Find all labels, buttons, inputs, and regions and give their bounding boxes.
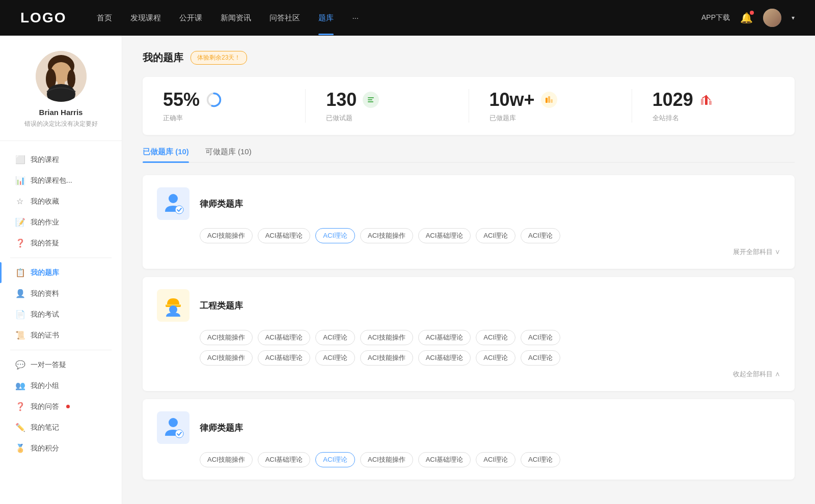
sidebar-profile: Brian Harris 错误的决定比没有决定要好 bbox=[0, 51, 122, 141]
sidebar-item-group[interactable]: 👥 我的小组 bbox=[0, 375, 122, 396]
svg-point-26 bbox=[169, 418, 178, 427]
tag[interactable]: ACI基础理论 bbox=[418, 330, 471, 345]
sidebar-item-label: 一对一答疑 bbox=[31, 360, 66, 370]
tag[interactable]: ACI理论 bbox=[315, 350, 355, 366]
cert-icon: 📜 bbox=[15, 330, 24, 340]
tag[interactable]: ACI理论 bbox=[476, 228, 515, 243]
sidebar-item-homework[interactable]: 📝 我的作业 bbox=[0, 212, 122, 233]
nav-link-qbank[interactable]: 题库 bbox=[318, 13, 334, 23]
sidebar-item-my-courses[interactable]: ⬜ 我的课程 bbox=[0, 149, 122, 170]
svg-rect-14 bbox=[546, 98, 548, 103]
tag[interactable]: ACI理论 bbox=[521, 452, 560, 467]
qbank-icon-lawyer bbox=[157, 187, 189, 220]
star-icon: ☆ bbox=[15, 197, 24, 206]
tab-available[interactable]: 可做题库 (10) bbox=[205, 147, 252, 162]
qbank-footer-2: 收起全部科目 ∧ bbox=[157, 366, 780, 379]
nav-link-news[interactable]: 新闻资讯 bbox=[221, 13, 251, 23]
tag[interactable]: ACI理论 bbox=[476, 330, 515, 345]
tag[interactable]: ACI技能操作 bbox=[360, 330, 413, 345]
notification-bell[interactable]: 🔔 bbox=[740, 12, 753, 24]
tag[interactable]: ACI理论 bbox=[521, 330, 560, 345]
sidebar-item-course-package[interactable]: 📊 我的课程包... bbox=[0, 170, 122, 191]
nav-link-home[interactable]: 首页 bbox=[97, 13, 112, 23]
tag[interactable]: ACI理论 bbox=[521, 228, 560, 243]
tag[interactable]: ACI基础理论 bbox=[418, 350, 471, 366]
sidebar-item-exam[interactable]: 📄 我的考试 bbox=[0, 304, 122, 325]
qbank-title-engineer: 工程类题库 bbox=[200, 300, 243, 312]
nav-logo[interactable]: LOGO bbox=[20, 10, 66, 26]
svg-rect-11 bbox=[368, 99, 372, 100]
nav-link-open[interactable]: 公开课 bbox=[179, 13, 202, 23]
sidebar-item-qa[interactable]: ❓ 我的答疑 bbox=[0, 233, 122, 254]
tag[interactable]: ACI技能操作 bbox=[360, 350, 413, 366]
tag[interactable]: ACI技能操作 bbox=[360, 228, 413, 243]
app-download-button[interactable]: APP下载 bbox=[701, 13, 730, 22]
navbar: LOGO 首页 发现课程 公开课 新闻资讯 问答社区 题库 ··· APP下载 … bbox=[0, 0, 815, 36]
sidebar-item-profile[interactable]: 👤 我的资料 bbox=[0, 283, 122, 304]
sidebar-item-my-qa[interactable]: ❓ 我的问答 bbox=[0, 396, 122, 417]
expand-link-1[interactable]: 展开全部科目 ∨ bbox=[733, 247, 780, 257]
sidebar-item-certificate[interactable]: 📜 我的证书 bbox=[0, 325, 122, 346]
sidebar-item-favorites[interactable]: ☆ 我的收藏 bbox=[0, 191, 122, 212]
tag[interactable]: ACI基础理论 bbox=[258, 228, 311, 243]
stats-row: 55% 正确率 130 bbox=[143, 77, 795, 135]
tag[interactable]: ACI理论 bbox=[476, 350, 515, 366]
courses-icon: ⬜ bbox=[15, 155, 24, 164]
tag[interactable]: ACI技能操作 bbox=[200, 350, 253, 366]
list-icon bbox=[365, 94, 376, 105]
sidebar-item-label: 我的题库 bbox=[31, 268, 59, 277]
banks-icon bbox=[541, 92, 557, 108]
collapse-link-2[interactable]: 收起全部科目 ∧ bbox=[733, 370, 780, 379]
tag[interactable]: ACI技能操作 bbox=[200, 330, 253, 345]
sidebar-item-label: 我的答疑 bbox=[31, 239, 59, 248]
qbank-icon-lawyer-2 bbox=[157, 411, 189, 444]
svg-rect-15 bbox=[548, 96, 550, 103]
qbank-card-lawyer-1: 律师类题库 ACI技能操作 ACI基础理论 ACI理论 ACI技能操作 ACI基… bbox=[143, 175, 795, 269]
sidebar-item-label: 我的课程包... bbox=[31, 176, 72, 185]
tag[interactable]: ACI理论 bbox=[476, 452, 515, 467]
main-content: 我的题库 体验剩余23天！ 55% 正确率 130 bbox=[122, 36, 815, 504]
qbank-card-engineer: 工程类题库 ACI技能操作 ACI基础理论 ACI理论 ACI技能操作 ACI基… bbox=[143, 277, 795, 391]
qbank-title-lawyer-2: 律师类题库 bbox=[200, 422, 243, 434]
tag[interactable]: ACI基础理论 bbox=[258, 452, 311, 467]
svg-rect-12 bbox=[368, 101, 373, 102]
tag[interactable]: ACI基础理论 bbox=[258, 330, 311, 345]
notification-dot bbox=[750, 11, 754, 15]
qbank-tags-lawyer-1: ACI技能操作 ACI基础理论 ACI理论 ACI技能操作 ACI基础理论 AC… bbox=[157, 228, 780, 243]
sidebar-item-tutor[interactable]: 💬 一对一答疑 bbox=[0, 354, 122, 375]
sidebar-item-notes[interactable]: ✏️ 我的笔记 bbox=[0, 417, 122, 438]
stat-top-r: 1029 bbox=[653, 89, 714, 110]
tag-active[interactable]: ACI理论 bbox=[315, 228, 355, 243]
tag[interactable]: ACI基础理论 bbox=[418, 452, 471, 467]
tab-done[interactable]: 已做题库 (10) bbox=[143, 147, 189, 162]
tag[interactable]: ACI理论 bbox=[521, 350, 560, 366]
svg-point-21 bbox=[169, 194, 178, 203]
user-avatar[interactable] bbox=[763, 9, 781, 27]
tag[interactable]: ACI基础理论 bbox=[418, 228, 471, 243]
tag[interactable]: ACI理论 bbox=[315, 330, 355, 345]
sidebar-item-qbank[interactable]: 📋 我的题库 bbox=[0, 262, 122, 283]
tag[interactable]: ACI基础理论 bbox=[258, 350, 311, 366]
tag[interactable]: ACI技能操作 bbox=[200, 228, 253, 243]
tag-active[interactable]: ACI理论 bbox=[315, 452, 355, 467]
user-dropdown-arrow[interactable]: ▾ bbox=[792, 14, 795, 21]
nav-link-more[interactable]: ··· bbox=[352, 13, 359, 23]
nav-link-discover[interactable]: 发现课程 bbox=[130, 13, 161, 23]
page-header: 我的题库 体验剩余23天！ bbox=[143, 51, 795, 65]
sidebar-item-label: 我的问答 bbox=[31, 402, 59, 411]
profile-name: Brian Harris bbox=[39, 108, 83, 117]
sidebar-item-points[interactable]: 🏅 我的积分 bbox=[0, 438, 122, 459]
nav-links: 首页 发现课程 公开课 新闻资讯 问答社区 题库 ··· bbox=[97, 13, 701, 23]
notes-icon: ✏️ bbox=[15, 423, 24, 432]
points-icon: 🏅 bbox=[15, 443, 24, 453]
tag[interactable]: ACI技能操作 bbox=[200, 452, 253, 467]
nav-link-qa[interactable]: 问答社区 bbox=[269, 13, 300, 23]
svg-point-22 bbox=[175, 206, 183, 214]
avatar-illustration bbox=[36, 51, 87, 102]
svg-point-4 bbox=[67, 70, 75, 88]
tag[interactable]: ACI技能操作 bbox=[360, 452, 413, 467]
qbank-icon-engineer bbox=[157, 289, 189, 322]
sidebar-item-label: 我的证书 bbox=[31, 331, 59, 340]
qbank-header-lawyer-2: 律师类题库 bbox=[157, 411, 780, 444]
sidebar-item-label: 我的积分 bbox=[31, 444, 59, 453]
